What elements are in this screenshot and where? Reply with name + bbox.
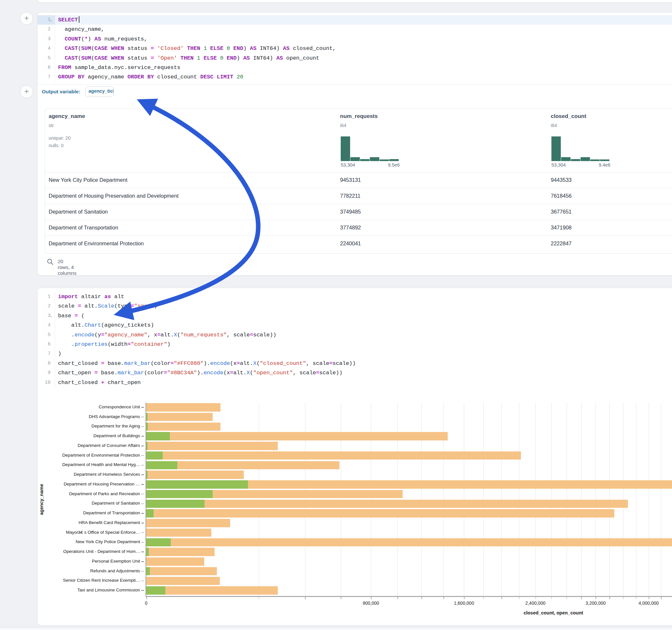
page-bottom-band-light [0,628,672,630]
x-axis-tick [609,597,610,599]
bar-closed-count [146,432,448,440]
gutter-divider [55,15,55,82]
bar-open-count [146,442,147,450]
column-type: str [49,123,54,128]
y-axis-tick [141,571,144,572]
code-line[interactable]: 5 CAST(SUM(CASE WHEN status = 'Open' THE… [38,53,672,63]
output-variable-pill[interactable]: agency_tickets [85,87,114,97]
code-line[interactable]: 3 COUNT(*) AS num_requests, [38,34,672,44]
value-cell: 3471908 [551,220,572,236]
gridline [535,403,536,596]
y-axis-label: Department of Consumer Affairs [38,443,140,448]
histogram-bar [351,157,360,161]
y-axis-label: Operations Unit - Department of Hom… [38,549,140,554]
output-variable-row: Output variable: agency_tickets [38,84,672,100]
python-cell-card: 1import altair as alt2scale = alt.Scale(… [37,288,672,626]
x-axis-tick [567,597,567,599]
x-tick-label: 0 [145,601,147,606]
sql-code-editor[interactable]: 1⌄SELECT2 agency_name,3 COUNT(*) AS num_… [38,15,672,82]
y-axis-label: Department of Parks and Recreation [38,491,140,496]
code-line[interactable]: 4 CAST(SUM(CASE WHEN status = 'Closed' T… [38,44,672,53]
line-number: 7 [38,72,55,82]
y-axis-title: agency_name [39,484,44,515]
y-axis-label: Senior Citizen Rent Increase Exempti… [38,578,140,583]
y-axis-tick [141,436,144,437]
column-header[interactable]: agency_name [49,113,85,120]
line-number: 5 [38,53,55,63]
bar-closed-count [146,509,614,517]
collapse-chevron-icon[interactable]: ⌄ [50,16,52,25]
column-header[interactable]: num_requests [340,113,378,120]
y-axis-label: Department of Homeless Services [38,472,140,477]
y-axis-tick [141,427,144,427]
y-axis-label: Refunds and Adjustments [38,568,140,573]
y-axis-tick [141,513,144,514]
y-axis-label: Department of Health and Mental Hyg… [38,462,140,467]
range-max: 9.5e6 [388,162,400,168]
y-axis-label: HRA Benefit Card Replacement [38,520,140,525]
code-text: CAST(SUM(CASE WHEN status = 'Open' THEN … [58,53,319,63]
bar-closed-count [146,442,278,450]
y-axis-label: Taxi and Limousine Commission [38,587,140,592]
y-axis-tick [141,465,144,466]
y-axis-label: Department of Environmental Protection [38,453,140,458]
agency-name-cell: New York City Police Department [49,172,127,188]
x-axis-tick [661,597,662,599]
code-text: GROUP BY agency_name ORDER BY closed_cou… [58,72,243,82]
agency-name-cell: Department of Sanitation [49,204,108,220]
x-axis-tick [581,597,582,599]
y-axis-label: Department of Transportation [38,510,140,515]
y-axis-tick [141,455,144,456]
x-axis-tick [649,597,649,599]
y-axis-tick [141,581,144,581]
y-axis-tick [141,407,144,408]
bar-open-count [146,538,171,547]
page-bottom-band [0,626,672,628]
line-number: 2 [38,25,55,34]
value-cell: 2222847 [551,236,572,251]
bar-open-count [146,548,149,556]
gridline [636,403,637,596]
y-axis-tick [141,542,144,543]
x-axis-title: closed_count, open_count [524,610,583,615]
gridline [609,403,610,596]
gridline [581,403,581,596]
histogram-bar [561,157,571,161]
code-line[interactable]: 7GROUP BY agency_name ORDER BY closed_co… [38,72,672,82]
search-icon[interactable] [47,258,54,265]
add-cell-button-output[interactable]: + [20,85,33,98]
x-axis-tick [551,597,552,599]
bar-closed-count [146,548,215,556]
bar-open-count [146,480,248,489]
bar-closed-count [146,538,672,547]
histogram-bar [370,157,379,161]
column-header[interactable]: closed_count [551,113,586,120]
gridline [596,403,596,596]
code-text: CAST(SUM(CASE WHEN status = 'Closed' THE… [58,44,336,53]
code-line[interactable]: 6FROM sample_data.nyc.service_requests [38,63,672,72]
code-line[interactable]: 2 agency_name, [38,25,672,34]
x-axis-tick [443,597,444,599]
add-cell-button-top[interactable]: + [20,12,33,25]
y-axis-label: Mayorâ€ s Office of Special Enforce… [38,530,140,535]
column-type: i64 [340,123,346,128]
bar-open-count [146,422,148,431]
code-text: agency_name, [58,25,104,34]
y-axis-label: New York City Police Department [38,539,140,544]
gridline [567,403,567,596]
histogram-range: 53,3049.4e6 [551,162,610,168]
gridline [623,403,623,596]
x-axis-tick [464,597,464,599]
y-axis-label: Department for the Aging [38,423,140,429]
x-axis-tick [371,597,371,599]
bar-closed-count [146,422,220,431]
column-type: i64 [551,123,557,128]
column-histogram [551,137,609,161]
gridline [661,403,661,596]
x-tick-label: 2,400,000 [525,601,545,606]
histogram-bar [581,157,590,161]
bar-open-count [146,567,150,576]
column-histogram [341,137,399,161]
x-axis-line [146,596,672,597]
code-line[interactable]: 1⌄SELECT [38,15,672,25]
